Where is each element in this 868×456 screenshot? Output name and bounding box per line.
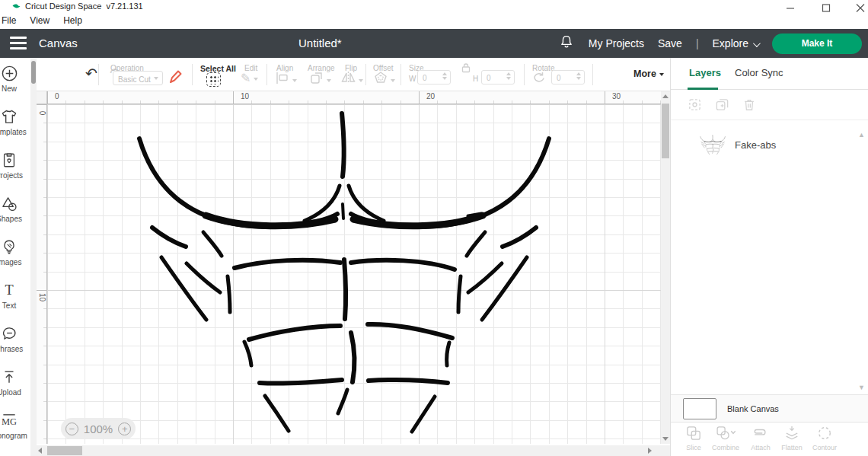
fake-abs-design[interactable] xyxy=(129,107,556,434)
close-button[interactable] xyxy=(856,2,865,10)
attach-button[interactable]: Attach xyxy=(744,426,777,451)
vertical-scroll-thumb[interactable] xyxy=(662,104,669,158)
sidebar-item-monogram[interactable]: MG Monogram xyxy=(0,405,30,448)
sidebar-item-shapes[interactable]: Shapes xyxy=(0,188,30,231)
zoom-level: 100% xyxy=(84,423,113,435)
canvas-horizontal-scrollbar[interactable] xyxy=(30,445,670,456)
sidebar-item-templates[interactable]: Templates xyxy=(0,101,30,145)
design-canvas[interactable]: − 100% + xyxy=(47,104,661,444)
group-select-icon[interactable] xyxy=(688,97,702,114)
menu-help[interactable]: Help xyxy=(56,15,89,26)
mat-row[interactable]: Blank Canvas xyxy=(671,394,868,422)
combine-button[interactable]: Combine xyxy=(709,426,742,451)
sidebar-item-phrases[interactable]: Phrases xyxy=(0,318,30,362)
sidebar-item-text[interactable]: T Text xyxy=(0,275,30,318)
layer-list: ▲ Fake-abs ▼ xyxy=(671,120,868,394)
explore-dropdown[interactable]: Explore xyxy=(713,37,758,49)
offset-icon[interactable] xyxy=(374,71,395,87)
scroll-right-icon[interactable] xyxy=(648,448,652,454)
lock-aspect-icon[interactable] xyxy=(461,62,471,76)
canvas-vertical-scrollbar[interactable] xyxy=(661,91,670,444)
cricut-logo-icon xyxy=(12,3,21,9)
horizontal-scroll-thumb[interactable] xyxy=(47,446,82,455)
left-sidebar: New Templates Projects Shapes Images T T… xyxy=(0,58,30,456)
arrange-icon[interactable] xyxy=(311,72,331,87)
save-link[interactable]: Save xyxy=(658,37,682,49)
list-scroll-down-icon[interactable]: ▼ xyxy=(858,384,865,391)
mat-label: Blank Canvas xyxy=(727,404,779,413)
width-stepper[interactable] xyxy=(442,72,448,81)
ruler-label: 0 xyxy=(38,108,46,119)
canvas-label[interactable]: Canvas xyxy=(39,37,78,49)
sidebar-item-projects[interactable]: Projects xyxy=(0,145,30,188)
zoom-out-button[interactable]: − xyxy=(65,423,78,435)
scroll-up-icon[interactable] xyxy=(662,94,669,98)
sidebar-item-images[interactable]: Images xyxy=(0,231,30,275)
layer-row-fake-abs[interactable]: Fake-abs xyxy=(671,131,868,158)
text-icon: T xyxy=(1,282,18,299)
zoom-in-button[interactable]: + xyxy=(118,423,131,435)
app-title: Cricut Design Space v7.21.131 xyxy=(25,2,143,11)
operation-select[interactable]: Basic Cut xyxy=(113,71,163,85)
height-field-label: H xyxy=(473,75,478,83)
rotate-stepper[interactable] xyxy=(576,72,582,81)
app-header: Canvas Untitled* My Projects Save | Expl… xyxy=(0,29,868,58)
shapes-icon xyxy=(1,195,18,212)
layer-actions-row xyxy=(671,90,868,120)
maximize-button[interactable] xyxy=(822,2,831,10)
rotate-icon[interactable] xyxy=(532,72,545,87)
ruler-label: 20 xyxy=(426,92,435,100)
speech-bubble-icon xyxy=(1,325,18,343)
toolbar-separator xyxy=(592,64,593,85)
menu-view[interactable]: View xyxy=(23,15,56,26)
tab-color-sync[interactable]: Color Sync xyxy=(735,67,783,78)
notifications-bell-icon[interactable] xyxy=(558,33,575,53)
minimize-button[interactable] xyxy=(786,2,795,10)
edit-pencil-icon[interactable]: ✎ xyxy=(241,71,258,85)
vertical-ruler: 0 10 xyxy=(37,104,47,444)
ruler-label: 0 xyxy=(55,92,59,100)
width-field-label: W xyxy=(409,75,416,83)
more-button[interactable]: More xyxy=(633,69,664,79)
flatten-button[interactable]: Flatten xyxy=(775,426,809,451)
tab-layers[interactable]: Layers xyxy=(689,67,721,78)
toolbar-separator xyxy=(524,64,525,85)
my-projects-link[interactable]: My Projects xyxy=(589,37,644,49)
chevron-down-icon xyxy=(753,40,761,47)
ruler-label: 30 xyxy=(612,92,621,100)
contour-button[interactable]: Contour xyxy=(808,426,841,451)
toolbar-separator xyxy=(192,64,193,85)
height-stepper[interactable] xyxy=(506,72,512,81)
hamburger-menu-icon[interactable] xyxy=(10,37,27,49)
sidebar-item-upload[interactable]: Upload xyxy=(0,362,30,405)
delete-trash-icon[interactable] xyxy=(742,97,756,114)
svg-text:T: T xyxy=(5,282,13,298)
scroll-down-icon[interactable] xyxy=(662,437,669,441)
bottom-action-bar: Slice Combine Attach Flatten Contour xyxy=(671,422,868,456)
upload-arrow-icon xyxy=(1,368,18,386)
slice-button[interactable]: Slice xyxy=(677,426,710,451)
flip-icon[interactable] xyxy=(341,71,363,87)
duplicate-icon[interactable] xyxy=(715,97,729,114)
menu-file[interactable]: File xyxy=(0,15,23,26)
sidebar-item-new[interactable]: New xyxy=(0,58,30,101)
sidebar-scrollbar[interactable] xyxy=(30,58,37,456)
title-bar: Cricut Design Space v7.21.131 xyxy=(0,0,868,12)
select-all-icon[interactable] xyxy=(206,72,221,87)
scroll-left-icon[interactable] xyxy=(38,448,42,454)
edit-toolbar: ↶ ↷ Operation Basic Cut Select All Edit … xyxy=(37,58,670,91)
select-all-label[interactable]: Select All xyxy=(200,64,236,73)
sidebar-scrollbar-thumb[interactable] xyxy=(31,61,36,84)
mat-color-swatch[interactable] xyxy=(683,398,716,419)
app-version: v7.21.131 xyxy=(106,2,142,11)
align-icon[interactable] xyxy=(276,72,297,87)
document-title: Untitled* xyxy=(298,37,342,49)
pen-tool-icon[interactable] xyxy=(168,69,183,88)
layer-name: Fake-abs xyxy=(735,139,776,151)
header-divider: | xyxy=(696,37,699,49)
zoom-control: − 100% + xyxy=(61,418,136,439)
undo-button[interactable]: ↶ xyxy=(85,67,97,81)
layer-thumbnail xyxy=(700,135,726,155)
toolbar-separator xyxy=(98,64,99,85)
make-it-button[interactable]: Make It xyxy=(772,33,862,54)
